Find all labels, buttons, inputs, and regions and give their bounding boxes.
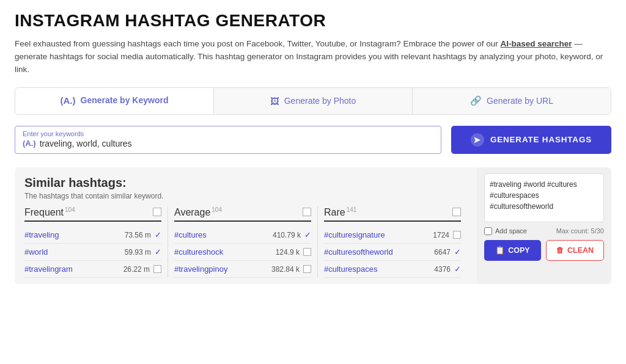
table-row: #culturesoftheworld 6647 ✓: [324, 244, 461, 261]
hashtag-cultureshock[interactable]: #cultureshock: [174, 247, 223, 257]
generate-label: GENERATE HASHTAGS: [490, 135, 592, 144]
col-average-checkbox[interactable]: [303, 208, 311, 216]
max-count: Max count: 5/30: [556, 227, 604, 235]
hashtag-travelingpinoy[interactable]: #travelingpinoy: [174, 264, 227, 274]
hashtag-travelingram[interactable]: #travelingram: [24, 264, 73, 274]
hashtag-cultures[interactable]: #cultures: [174, 230, 207, 239]
hashtag-culturespaces-check: ✓: [454, 264, 461, 274]
tab-url-label: Generate by URL: [487, 96, 553, 106]
col-rare-count: 141: [347, 206, 357, 213]
copy-button[interactable]: 📋 COPY: [484, 240, 541, 261]
hashtag-culturesoftheworld[interactable]: #culturesoftheworld: [324, 247, 393, 257]
kw-icon: (A.): [23, 139, 36, 148]
col-average-title: Average104: [174, 206, 222, 218]
tab-url[interactable]: 🔗 Generate by URL: [413, 88, 611, 114]
action-buttons: 📋 COPY 🗑 CLEAN: [484, 240, 604, 261]
similar-subtitle: The hashtags that contain similar keywor…: [24, 192, 467, 200]
page-description: Feel exhausted from guessing hashtags ea…: [15, 38, 611, 76]
copy-icon: 📋: [495, 246, 505, 255]
tab-photo-label: Generate by Photo: [284, 96, 356, 106]
hashtag-culturesignature-meta: 1724: [433, 231, 461, 239]
keyword-input-wrapper[interactable]: Enter your keywords (A.) traveling, worl…: [15, 126, 441, 154]
hashtag-travelingram-meta: 26.22 m: [123, 265, 161, 274]
input-row: Enter your keywords (A.) traveling, worl…: [15, 126, 611, 154]
url-icon: 🔗: [470, 95, 482, 106]
tab-bar: (A.) Generate by Keyword 🖼 Generate by P…: [15, 87, 611, 115]
hashtag-world-count: 59.93 m: [125, 248, 151, 257]
clean-button[interactable]: 🗑 CLEAN: [546, 240, 604, 261]
hashtag-world-check: ✓: [155, 247, 161, 257]
description-link: AI-based searcher: [500, 39, 572, 48]
col-average: Average104 #cultures 410.79 k ✓ #culture…: [174, 206, 318, 278]
table-row: #culturespaces 4376 ✓: [324, 261, 461, 278]
table-row: #cultures 410.79 k ✓: [174, 227, 311, 244]
generate-button[interactable]: ➤ GENERATE HASHTAGS: [451, 126, 611, 154]
clean-label: CLEAN: [567, 246, 594, 255]
clean-icon: 🗑: [556, 246, 564, 255]
hashtags-section: Similar hashtags: The hashtags that cont…: [15, 167, 477, 284]
col-average-label: Average: [174, 207, 210, 217]
hashtag-culturesignature[interactable]: #culturesignature: [324, 230, 385, 239]
keyword-input-inner: (A.) traveling, world, cultures: [23, 139, 433, 148]
keyword-value[interactable]: traveling, world, cultures: [40, 139, 132, 148]
hashtag-traveling-count: 73.56 m: [125, 231, 151, 239]
tab-photo[interactable]: 🖼 Generate by Photo: [214, 88, 413, 114]
add-space-row: Add space: [484, 227, 527, 235]
hashtag-culturespaces-meta: 4376 ✓: [434, 264, 461, 274]
col-average-count: 104: [212, 206, 222, 213]
col-rare-header: Rare141: [324, 206, 461, 222]
col-rare-checkbox[interactable]: [452, 208, 461, 216]
generate-icon: ➤: [471, 133, 484, 147]
hashtag-cultures-meta: 410.79 k ✓: [273, 230, 311, 239]
main-area: Similar hashtags: The hashtags that cont…: [15, 167, 611, 284]
hashtag-travelingram-count: 26.22 m: [123, 265, 150, 274]
table-row: #travelingpinoy 382.84 k: [174, 261, 311, 278]
hashtag-travelingram-checkbox[interactable]: [153, 265, 161, 273]
description-text-before: Feel exhausted from guessing hashtags ea…: [15, 39, 500, 48]
output-controls: Add space Max count: 5/30: [484, 227, 604, 235]
keyword-icon: (A.): [61, 95, 76, 106]
hashtag-cultures-count: 410.79 k: [273, 231, 301, 239]
table-row: #culturesignature 1724: [324, 227, 461, 244]
col-frequent-checkbox[interactable]: [153, 208, 161, 216]
page-title: INSTAGRAM HASHTAG GENERATOR: [15, 11, 611, 31]
photo-icon: 🖼: [270, 96, 279, 106]
col-rare-label: Rare: [324, 207, 345, 217]
add-space-label: Add space: [495, 227, 527, 235]
hashtag-cultureshock-checkbox[interactable]: [303, 248, 311, 256]
columns-wrapper: Frequent104 #traveling 73.56 m ✓ #world …: [24, 206, 467, 278]
hashtag-culturespaces-count: 4376: [434, 265, 451, 274]
right-panel: #traveling #world #cultures #culturespac…: [477, 167, 611, 284]
hashtag-output[interactable]: #traveling #world #cultures #culturespac…: [484, 173, 604, 222]
table-row: #traveling 73.56 m ✓: [24, 227, 161, 244]
hashtag-travelingpinoy-meta: 382.84 k: [271, 265, 311, 274]
tab-keyword[interactable]: (A.) Generate by Keyword: [15, 88, 214, 114]
keyword-label: Enter your keywords: [23, 130, 433, 137]
hashtag-travelingpinoy-count: 382.84 k: [271, 265, 300, 274]
hashtag-traveling-meta: 73.56 m ✓: [125, 230, 161, 239]
add-space-checkbox[interactable]: [484, 227, 492, 235]
hashtag-travelingpinoy-checkbox[interactable]: [303, 265, 311, 273]
hashtag-world[interactable]: #world: [24, 247, 48, 257]
col-frequent: Frequent104 #traveling 73.56 m ✓ #world …: [24, 206, 168, 278]
table-row: #world 59.93 m ✓: [24, 244, 161, 261]
col-frequent-title: Frequent104: [24, 206, 75, 218]
hashtag-culturespaces[interactable]: #culturespaces: [324, 264, 377, 274]
hashtag-cultureshock-meta: 124.9 k: [276, 248, 311, 257]
col-frequent-header: Frequent104: [24, 206, 161, 222]
col-rare-title: Rare141: [324, 206, 356, 218]
col-frequent-label: Frequent: [24, 207, 64, 217]
hashtag-traveling-check: ✓: [155, 230, 161, 239]
table-row: #travelingram 26.22 m: [24, 261, 161, 278]
copy-label: COPY: [508, 246, 529, 255]
hashtag-culturesignature-checkbox[interactable]: [453, 231, 461, 239]
hashtag-culturesoftheworld-meta: 6647 ✓: [434, 247, 461, 257]
col-rare: Rare141 #culturesignature 1724 #cultures…: [324, 206, 467, 278]
hashtag-world-meta: 59.93 m ✓: [125, 247, 161, 257]
hashtag-culturesignature-count: 1724: [433, 231, 449, 239]
hashtag-cultures-check: ✓: [304, 230, 311, 239]
hashtag-traveling[interactable]: #traveling: [24, 230, 59, 239]
col-average-header: Average104: [174, 206, 311, 222]
hashtag-culturesoftheworld-check: ✓: [454, 247, 461, 257]
col-frequent-count: 104: [65, 206, 75, 213]
